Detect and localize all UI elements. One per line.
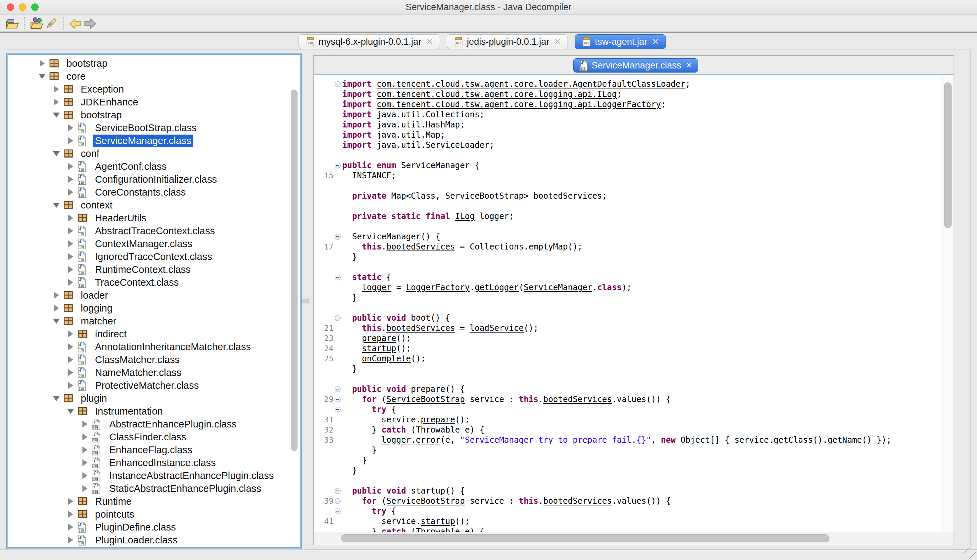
open-type-icon[interactable]: [29, 17, 44, 31]
code-link[interactable]: com.tencent.cloud.tsw.agent.core.logging…: [377, 100, 661, 109]
tree-item[interactable]: 010ConfigurationInitializer.class: [8, 173, 300, 186]
tree-item[interactable]: loader: [8, 289, 300, 302]
code-link[interactable]: LoggerFactory: [406, 283, 470, 292]
expand-arrow-icon[interactable]: [67, 189, 75, 196]
tree-item[interactable]: plugin: [8, 392, 300, 405]
editor-tab[interactable]: 010 ServiceManager.class ✕: [573, 58, 698, 73]
expand-arrow-icon[interactable]: [67, 356, 75, 363]
expand-arrow-icon[interactable]: [67, 498, 75, 505]
tree-item[interactable]: 010RuntimeContext.class: [8, 263, 300, 276]
close-icon[interactable]: ✕: [652, 37, 659, 47]
code-horizontal-scrollbar-thumb[interactable]: [341, 534, 830, 542]
tree-vertical-scrollbar[interactable]: [291, 90, 297, 451]
code-link[interactable]: startup: [421, 517, 455, 526]
tree-item[interactable]: logging: [8, 302, 300, 315]
code-link[interactable]: bootedServices: [543, 395, 612, 404]
code-link[interactable]: error: [416, 435, 440, 445]
tree-item[interactable]: 010ContextManager.class: [8, 237, 300, 250]
expand-arrow-icon[interactable]: [67, 137, 75, 144]
collapse-fold-icon[interactable]: [335, 163, 341, 168]
expand-arrow-icon[interactable]: [81, 485, 89, 492]
forward-icon[interactable]: [83, 17, 98, 31]
collapse-arrow-icon[interactable]: [52, 113, 60, 118]
expand-arrow-icon[interactable]: [67, 163, 75, 170]
back-icon[interactable]: [68, 17, 83, 31]
collapse-fold-icon[interactable]: [335, 275, 341, 280]
expand-arrow-icon[interactable]: [67, 253, 75, 260]
collapse-fold-icon[interactable]: [335, 234, 341, 240]
tree-item[interactable]: 010AgentConf.class: [8, 160, 300, 173]
tree-item[interactable]: conf: [8, 147, 300, 160]
expand-arrow-icon[interactable]: [81, 447, 89, 453]
code-link[interactable]: bootedServices: [386, 323, 455, 333]
code-link[interactable]: ServiceBootStrap: [386, 496, 465, 506]
code-link[interactable]: onComplete: [362, 354, 411, 363]
expand-arrow-icon[interactable]: [52, 305, 60, 312]
code-link[interactable]: prepare: [362, 333, 396, 343]
tree-item[interactable]: 010ClassFinder.class: [8, 430, 300, 443]
collapse-fold-icon[interactable]: [335, 508, 341, 514]
expand-arrow-icon[interactable]: [67, 524, 75, 530]
collapse-fold-icon[interactable]: [335, 397, 341, 402]
tree-item[interactable]: context: [8, 198, 300, 212]
expand-arrow-icon[interactable]: [67, 227, 75, 234]
tree-item[interactable]: Exception: [8, 83, 300, 96]
expand-arrow-icon[interactable]: [52, 98, 60, 105]
tree-item[interactable]: matcher: [8, 315, 300, 327]
tree-item[interactable]: 010ProtectiveMatcher.class: [8, 379, 300, 392]
expand-arrow-icon[interactable]: [67, 266, 75, 273]
tree-item[interactable]: Runtime: [8, 495, 300, 508]
expand-arrow-icon[interactable]: [81, 433, 89, 440]
tree-item[interactable]: 010ServiceBootStrap.class: [8, 122, 300, 134]
tree-item[interactable]: 010PluginDefine.class: [8, 521, 300, 533]
expand-arrow-icon[interactable]: [52, 86, 60, 93]
tree-item[interactable]: 010AbstractTraceContext.class: [8, 224, 300, 237]
tree-item[interactable]: pointcuts: [8, 508, 300, 521]
tree-item[interactable]: core: [8, 70, 300, 83]
jar-tab[interactable]: 010mysql-6.x-plugin-0.0.1.jar✕: [299, 34, 440, 49]
code-link[interactable]: ServiceManager: [524, 283, 592, 292]
collapse-fold-icon[interactable]: [335, 82, 341, 87]
tree-item[interactable]: 010PluginLoader.class: [8, 533, 300, 547]
collapse-arrow-icon[interactable]: [67, 409, 75, 414]
expand-arrow-icon[interactable]: [67, 369, 75, 376]
tree-item[interactable]: 010EnhanceFlag.class: [8, 443, 300, 456]
expand-arrow-icon[interactable]: [67, 176, 75, 183]
splitter-handle[interactable]: [302, 298, 309, 303]
code-link[interactable]: com.tencent.cloud.tsw.agent.core.logging…: [377, 90, 617, 99]
expand-arrow-icon[interactable]: [67, 124, 75, 131]
collapse-arrow-icon[interactable]: [52, 203, 60, 208]
tree-item[interactable]: bootstrap: [8, 108, 300, 122]
code-horizontal-scrollbar[interactable]: [314, 532, 954, 545]
tree-item[interactable]: 010: [8, 547, 300, 548]
expand-arrow-icon[interactable]: [81, 472, 89, 479]
code-link[interactable]: startup: [362, 344, 396, 353]
code-link[interactable]: ServiceBootStrap: [445, 191, 523, 201]
tree-item[interactable]: 010AbstractEnhancePlugin.class: [8, 418, 300, 430]
collapse-fold-icon[interactable]: [335, 315, 341, 321]
expand-arrow-icon[interactable]: [67, 330, 75, 337]
code-link[interactable]: getLogger: [474, 283, 519, 292]
code-link[interactable]: bootedServices: [543, 496, 612, 506]
tree-item[interactable]: 010ClassMatcher.class: [8, 353, 300, 366]
collapse-arrow-icon[interactable]: [38, 74, 46, 79]
code-link[interactable]: loadService: [470, 323, 524, 333]
resize-grip-icon[interactable]: [964, 548, 975, 558]
collapse-fold-icon[interactable]: [335, 407, 341, 413]
tree-item[interactable]: 010AnnotationInheritanceMatcher.class: [8, 340, 300, 353]
tree-item[interactable]: Instrumentation: [8, 405, 300, 418]
tree-item[interactable]: 010NameMatcher.class: [8, 366, 300, 379]
tree-item[interactable]: 010ServiceManager.class: [8, 134, 300, 147]
expand-arrow-icon[interactable]: [81, 421, 89, 427]
code-link[interactable]: logger: [362, 283, 391, 292]
collapse-fold-icon[interactable]: [335, 488, 341, 494]
expand-arrow-icon[interactable]: [81, 459, 89, 466]
collapse-arrow-icon[interactable]: [52, 396, 60, 401]
jar-tab[interactable]: 010tsw-agent.jar✕: [575, 34, 666, 49]
expand-arrow-icon[interactable]: [38, 60, 46, 67]
expand-arrow-icon[interactable]: [67, 240, 75, 247]
expand-arrow-icon[interactable]: [67, 343, 75, 350]
tree-item[interactable]: HeaderUtils: [8, 212, 300, 224]
code-link[interactable]: logger: [382, 435, 411, 445]
collapse-fold-icon[interactable]: [335, 387, 341, 392]
